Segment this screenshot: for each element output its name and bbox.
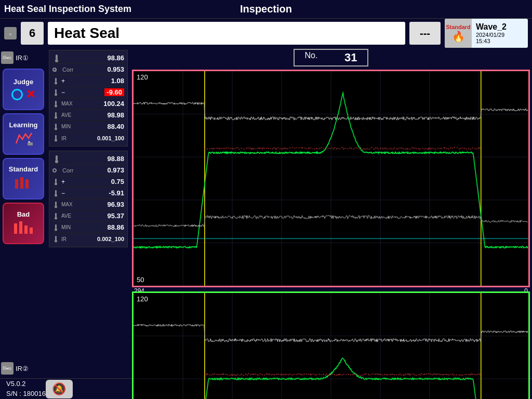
wave-text-area: Wave_2 2024/01/29 15:43 <box>472 20 511 46</box>
thermo-plus-icon-1 <box>52 77 60 85</box>
svg-point-31 <box>55 127 57 130</box>
svg-rect-30 <box>55 124 57 128</box>
svg-rect-2 <box>9 33 11 35</box>
standard-button[interactable]: Standard <box>3 158 44 200</box>
panel2-row-minus: − -5.91 <box>52 188 124 199</box>
data-panel-1: 98.86 C Corr 0.953 + 1.08 − <box>49 50 128 147</box>
thermo-plus-icon-2 <box>52 178 60 185</box>
wave-info-panel: Standard 🔥 Wave_2 2024/01/29 15:43 <box>445 19 528 48</box>
thermo-minus-icon-1 <box>52 89 60 96</box>
panel1-row-corr: C Corr 0.953 <box>52 64 124 75</box>
sidebar: IR① Judge ✕ Learning Standard <box>0 48 47 378</box>
app-header: Heat Seal Inspection System Inspection <box>0 0 532 19</box>
svg-rect-26 <box>55 101 57 105</box>
svg-point-19 <box>55 59 58 62</box>
svg-rect-24 <box>55 89 57 94</box>
bad-wave-icon <box>13 220 34 236</box>
bell-icon: 🔕 <box>52 382 66 396</box>
standard-label: Standard <box>9 165 38 173</box>
panel2-plus: 0.75 <box>111 178 124 185</box>
learning-button[interactable]: Learning <box>3 113 44 155</box>
chart2-canvas <box>134 293 528 399</box>
wave-standard-label: Standard <box>446 24 471 30</box>
thermo-ir-icon-1 <box>52 135 60 142</box>
panel2-ir: 0.002_100 <box>97 236 124 242</box>
bell-button[interactable]: 🔕 <box>46 380 73 398</box>
panel1-plus: 1.08 <box>111 77 124 85</box>
svg-point-42 <box>55 205 57 208</box>
ir2-label-row: IR② <box>1 361 46 376</box>
app-title-left: Heat Seal Inspection System <box>4 4 131 15</box>
svg-point-36 <box>53 169 56 172</box>
svg-point-46 <box>55 228 57 231</box>
data-panel-2: 98.88 Corr 0.973 + 0.75 − <box>49 151 128 247</box>
no-label: No. <box>305 51 318 64</box>
wave-icon-area: Standard 🔥 <box>445 19 472 48</box>
chart1-canvas <box>134 71 528 286</box>
corr-icon-2 <box>52 167 61 174</box>
svg-rect-4 <box>8 57 11 59</box>
panel1-row-plus: + 1.08 <box>52 75 124 87</box>
svg-rect-37 <box>55 179 57 183</box>
panel1-ave: 98.98 <box>107 111 124 119</box>
version-number: V5.0.2 <box>6 379 46 389</box>
panel2-corr: 0.973 <box>107 166 124 174</box>
chart1-container: 120 50 294 0 <box>132 70 530 287</box>
no-value: 31 <box>326 51 357 64</box>
thermo-ave-icon-2 <box>52 212 60 220</box>
panel1-row-ave: AVE 98.98 <box>52 110 124 121</box>
learning-icon <box>14 131 33 147</box>
channel-number: 6 <box>21 22 44 45</box>
svg-rect-8 <box>15 179 18 189</box>
svg-point-35 <box>55 160 58 163</box>
panel2-row-max: MAX 96.93 <box>52 199 124 210</box>
panel2-value1: 98.88 <box>107 155 124 163</box>
ir1-label: IR① <box>16 54 29 62</box>
panel1-row-min: MIN 88.40 <box>52 121 124 132</box>
svg-rect-12 <box>19 221 22 234</box>
ir2-label: IR② <box>16 365 29 373</box>
data-panels: 98.86 C Corr 0.953 + 1.08 − <box>47 48 130 378</box>
learning-label: Learning <box>9 121 38 129</box>
chart2-container: 120 50 296 0 <box>132 291 530 399</box>
svg-rect-32 <box>55 135 57 139</box>
judge-button[interactable]: Judge ✕ <box>3 69 44 110</box>
no-display: No. 31 <box>132 50 530 65</box>
svg-rect-9 <box>20 177 23 189</box>
panel2-row-ir: IR 0.002_100 <box>52 233 124 245</box>
svg-point-25 <box>55 93 57 96</box>
svg-rect-22 <box>55 78 57 82</box>
product-name: Heat Seal <box>48 22 405 45</box>
version-info: V5.0.2 S/N : 180016 <box>6 379 46 398</box>
thermo-ave-icon-1 <box>52 112 60 119</box>
svg-rect-14 <box>30 228 33 234</box>
panel1-row-value: 98.86 <box>52 52 124 64</box>
thermometer-icon-1 <box>52 54 61 62</box>
svg-rect-5 <box>6 57 8 59</box>
svg-rect-16 <box>8 367 11 370</box>
standard-wave-icon <box>13 175 34 193</box>
dash-display: --- <box>409 22 441 45</box>
svg-rect-13 <box>24 225 28 234</box>
no-box: No. 31 <box>294 49 369 66</box>
app-title-center: Inspection <box>240 3 292 15</box>
ir2-small-icon <box>1 362 14 375</box>
panel1-row-minus: − -9.60 <box>52 87 124 98</box>
svg-rect-11 <box>14 223 17 234</box>
thermo-max-icon-1 <box>52 100 60 108</box>
panel2-ave: 95.37 <box>107 212 124 220</box>
wave-flame-icon: 🔥 <box>452 30 465 43</box>
svg-rect-7 <box>28 142 33 145</box>
bad-button[interactable]: Bad <box>3 203 44 244</box>
chart1-y-max: 120 <box>137 73 148 81</box>
panel2-minus: -5.91 <box>109 189 124 197</box>
panel1-max: 100.24 <box>103 100 124 108</box>
svg-point-27 <box>55 104 57 107</box>
chart1-y-min: 50 <box>137 276 144 284</box>
panel1-row-ir: IR 0.001_100 <box>52 132 124 144</box>
thermo-min-icon-1 <box>52 123 60 130</box>
judge-o-icon <box>11 89 23 100</box>
svg-rect-10 <box>25 179 29 189</box>
svg-rect-39 <box>55 190 57 194</box>
judge-x-icon: ✕ <box>26 88 35 101</box>
